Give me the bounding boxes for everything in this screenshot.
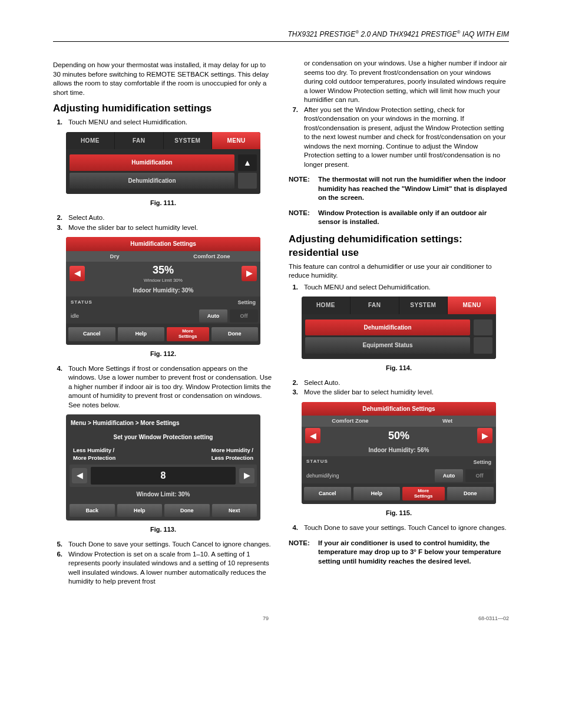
step-num: 1. [53, 118, 68, 127]
wp-value: 8 [91, 467, 236, 485]
dehum-intro: This feature can control a dehumidifier … [289, 262, 509, 281]
page-footer: 79 68-0311—02 [53, 615, 509, 622]
note-body: If your air conditioner is used to contr… [318, 539, 509, 566]
note-label: NOTE: [289, 539, 318, 566]
arrow-left-icon[interactable]: ◀ [72, 468, 87, 483]
left-column: Depending on how your thermostat was ins… [53, 58, 273, 591]
more-settings-button[interactable]: MoreSettings [167, 327, 209, 341]
setting-label: Setting [163, 298, 258, 307]
arrow-left-icon[interactable]: ◀ [70, 266, 85, 281]
step-text: Touch MENU and select Humidification. [68, 118, 273, 127]
step-list-2: 2.Select Auto. 3.Move the slider bar to … [53, 213, 273, 232]
fig-113-panel: Menu > Humidification > More Settings Se… [66, 414, 260, 521]
done-button[interactable]: Done [211, 327, 259, 341]
note-body: The thermostat will not run the humidifi… [318, 175, 509, 203]
fig-111-caption: Fig. 111. [53, 199, 273, 207]
setting-label: Setting [399, 457, 494, 467]
note-label: NOTE: [289, 175, 318, 203]
tab-menu[interactable]: MENU [212, 132, 260, 150]
tab-fan[interactable]: FAN [115, 132, 164, 150]
arrow-right-icon[interactable]: ▶ [239, 468, 254, 483]
help-button[interactable]: Help [117, 504, 163, 517]
page-number: 79 [53, 615, 478, 622]
note-2: NOTE: Window Protection is available onl… [289, 209, 509, 227]
tab-home[interactable]: HOME [66, 132, 115, 150]
window-limit-text: Window Limit: 30% [70, 487, 257, 502]
heading-dehumidification: Adjusting dehumidification settings: res… [289, 233, 509, 260]
step-list-4: 5.Touch Done to save your settings. Touc… [53, 540, 273, 587]
tab-system[interactable]: SYSTEM [164, 132, 213, 150]
help-button[interactable]: Help [353, 487, 401, 501]
step-list-r1: 1.Touch MENU and select Dehumidification… [289, 283, 509, 292]
note-1: NOTE: The thermostat will not run the hu… [289, 175, 509, 203]
tab-menu[interactable]: MENU [448, 297, 496, 314]
fig-113-caption: Fig. 113. [53, 525, 273, 534]
intro-paragraph: Depending on how your thermostat was ins… [53, 61, 273, 97]
note-body: Window Protection is available only if a… [318, 209, 509, 227]
menu-item-equipment-status[interactable]: Equipment Status [305, 337, 470, 354]
cont-text: or condensation on your windows. Use a h… [304, 59, 509, 105]
done-button[interactable]: Done [447, 487, 494, 501]
off-button[interactable]: Off [465, 469, 494, 482]
note-3: NOTE: If your air conditioner is used to… [289, 539, 509, 566]
menu-item-dehumidification[interactable]: Dehumidification [70, 173, 234, 189]
panel-title: Dehumidification Settings [302, 402, 496, 416]
tab-home[interactable]: HOME [302, 297, 351, 314]
step-list-3: 4.Touch More Settings if frost or conden… [53, 364, 273, 410]
indoor-humidity: Indoor Humidity: 30% [66, 285, 260, 297]
cancel-button[interactable]: Cancel [68, 327, 115, 341]
status-label: STATUS [71, 299, 161, 306]
heading-humidification: Adjusting humidification settings [53, 102, 273, 116]
right-column: or condensation on your windows. Use a h… [289, 58, 509, 591]
next-button[interactable]: Next [212, 504, 257, 517]
less-label-1: Less Humidity / [73, 447, 115, 454]
window-limit-sub: Window Limit 30% [85, 278, 242, 284]
breadcrumb: Menu > Humidification > More Settings [70, 418, 257, 431]
status-value: dehumidifying [304, 471, 435, 480]
step-list-r3: 4.Touch Done to save your settings. Touc… [289, 523, 509, 533]
auto-button[interactable]: Auto [199, 309, 227, 322]
fig-112-panel: Humidification Settings Dry Comfort Zone… [66, 237, 260, 345]
arrow-left-icon[interactable]: ◀ [305, 428, 320, 443]
menu-item-dehumidification[interactable]: Dehumidification [305, 319, 470, 336]
fig-114-caption: Fig. 114. [289, 364, 509, 373]
zone-wet: Wet [399, 416, 496, 427]
menu-item-humidification[interactable]: Humidification [70, 154, 234, 171]
more-label-1: More Humidity / [211, 447, 253, 454]
page-header: THX9321 PRESTIGE® 2.0 AND THX9421 PRESTI… [53, 29, 509, 42]
arrow-right-icon[interactable]: ▶ [477, 428, 492, 443]
note-label: NOTE: [289, 209, 318, 227]
fig-112-caption: Fig. 112. [53, 350, 273, 358]
fig-115-panel: Dehumidification Settings Comfort Zone W… [302, 402, 496, 505]
back-button[interactable]: Back [70, 504, 115, 517]
more-settings-button[interactable]: MoreSettings [402, 487, 445, 501]
more-label-2: Less Protection [211, 454, 253, 462]
scroll-track[interactable] [238, 173, 257, 189]
humidity-value: 50% [320, 429, 477, 443]
scroll-track[interactable] [474, 319, 492, 336]
tab-fan[interactable]: FAN [351, 297, 399, 314]
scroll-track[interactable] [474, 337, 492, 354]
doc-number: 68-0311—02 [478, 615, 509, 622]
scroll-up-icon[interactable]: ▲ [238, 154, 257, 171]
step-list-r2: 2.Select Auto. 3.Move the slider bar to … [289, 378, 509, 397]
fig-114-panel: HOME FAN SYSTEM MENU Dehumidification Eq… [302, 297, 496, 359]
panel-title: Humidification Settings [66, 237, 260, 251]
humidity-value: 35% [85, 263, 242, 277]
help-button[interactable]: Help [118, 327, 165, 341]
cancel-button[interactable]: Cancel [304, 487, 351, 501]
fig-111-panel: HOME FAN SYSTEM MENU Humidification ▲ De… [66, 132, 260, 195]
status-value: idle [68, 311, 199, 321]
wp-title: Set your Window Protection setting [70, 431, 257, 447]
zone-comfort: Comfort Zone [302, 416, 399, 427]
tab-system[interactable]: SYSTEM [399, 297, 448, 314]
arrow-right-icon[interactable]: ▶ [242, 266, 257, 281]
done-button[interactable]: Done [164, 504, 210, 517]
auto-button[interactable]: Auto [435, 469, 463, 482]
less-label-2: More Protection [73, 454, 115, 462]
off-button[interactable]: Off [230, 309, 258, 322]
cont-list: or condensation on your windows. Use a h… [289, 59, 509, 169]
zone-comfort: Comfort Zone [163, 251, 260, 262]
fig-115-caption: Fig. 115. [289, 509, 509, 518]
zone-dry: Dry [66, 251, 163, 262]
